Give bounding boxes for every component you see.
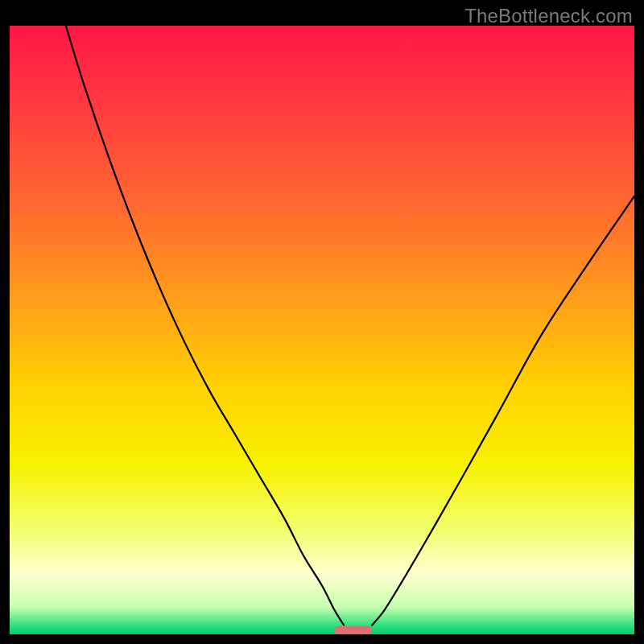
gradient-rect [10, 26, 634, 634]
watermark-text: TheBottleneck.com [464, 5, 633, 27]
plot-area [10, 26, 634, 634]
bottleneck-marker [335, 625, 373, 634]
chart-frame: TheBottleneck.com [0, 0, 644, 644]
chart-svg [10, 26, 634, 634]
